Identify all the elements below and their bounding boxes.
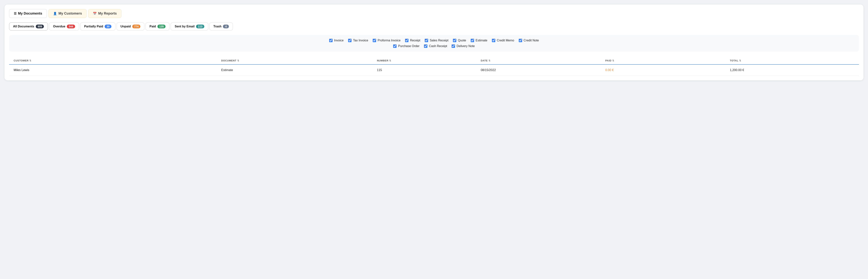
sort-icon-paid: ⇅ [612,59,614,62]
checkbox-proforma-invoice[interactable] [373,39,376,42]
filter-tab-badge-sent-by-email: 113 [196,25,204,28]
sort-icon-customer: ⇅ [29,59,31,62]
doc-type-label-estimate: Estimate [476,39,487,42]
doc-type-label-credit-note: Credit Note [524,39,539,42]
doc-types-section: InvoiceTax InvoiceProforma InvoiceReceip… [9,35,859,51]
checkbox-quote[interactable] [453,39,456,42]
header-label-document: DOCUMENT [221,59,236,62]
sort-icon-total: ⇅ [739,59,741,62]
filter-tab-sent-by-email[interactable]: Sent by Email113 [170,23,208,30]
table-section: CUSTOMER⇅DOCUMENT⇅NUMBER⇅DATE⇅PAID⇅TOTAL… [9,57,859,76]
sort-icon-date: ⇅ [489,59,491,62]
filter-tab-paid[interactable]: Paid135 [146,23,169,30]
main-container: ☰My Documents👤My Customers📅My Reports Al… [4,4,864,80]
checkbox-credit-note[interactable] [519,39,522,42]
filter-tabs: All Documents909Overdue544Partially Paid… [9,23,859,30]
filter-tab-partially-paid[interactable]: Partially Paid30 [80,23,115,30]
row-0-paid: 0.00 € [605,68,730,72]
header-total[interactable]: TOTAL⇅ [730,59,855,62]
checkbox-invoice[interactable] [329,39,333,42]
filter-tab-label: Unpaid [121,25,131,28]
doc-type-delivery-note[interactable]: Delivery Note [452,44,475,48]
top-tab-my-customers[interactable]: 👤My Customers [49,9,87,18]
header-date[interactable]: DATE⇅ [481,59,605,62]
filter-tab-label: Trash [213,25,221,28]
row-0-document: Estimate [221,68,377,72]
sort-icon-document: ⇅ [237,59,239,62]
doc-type-quote[interactable]: Quote [453,39,466,42]
filter-tab-unpaid[interactable]: Unpaid774 [117,23,145,30]
doc-type-tax-invoice[interactable]: Tax Invoice [348,39,368,42]
filter-tab-badge-all-documents: 909 [36,25,44,28]
top-tab-my-documents[interactable]: ☰My Documents [9,9,47,18]
doc-type-proforma-invoice[interactable]: Proforma Invoice [373,39,401,42]
top-tab-label: My Customers [58,11,82,15]
header-label-customer: CUSTOMER [13,59,29,62]
header-label-date: DATE [481,59,488,62]
doc-type-label-invoice: Invoice [334,39,344,42]
filter-tab-trash[interactable]: Trash4 [210,23,233,30]
doc-type-label-delivery-note: Delivery Note [457,44,475,48]
header-paid[interactable]: PAID⇅ [605,59,730,62]
header-document[interactable]: DOCUMENT⇅ [221,59,377,62]
checkbox-tax-invoice[interactable] [348,39,351,42]
sort-icon-number: ⇅ [389,59,391,62]
doc-type-cash-receipt[interactable]: Cash Receipt [424,44,447,48]
filter-tab-badge-paid: 135 [157,25,165,28]
doc-type-invoice[interactable]: Invoice [329,39,344,42]
header-label-paid: PAID [605,59,612,62]
my-reports-icon: 📅 [93,12,97,15]
checkbox-credit-memo[interactable] [492,39,495,42]
table-row: Miles LewisEstimate11508/15/20220.00 €1,… [9,65,859,76]
doc-type-label-credit-memo: Credit Memo [497,39,514,42]
doc-type-receipt[interactable]: Receipt [405,39,420,42]
filter-tab-overdue[interactable]: Overdue544 [49,23,79,30]
filter-tab-badge-unpaid: 774 [132,25,141,28]
doc-types-row: Purchase OrderCash ReceiptDelivery Note [15,44,853,48]
doc-type-purchase-order[interactable]: Purchase Order [393,44,420,48]
filter-tab-label: All Documents [13,25,34,28]
filter-tab-label: Sent by Email [175,25,194,28]
top-tab-my-reports[interactable]: 📅My Reports [88,9,121,18]
header-label-number: NUMBER [377,59,389,62]
my-documents-icon: ☰ [14,12,17,15]
doc-type-estimate[interactable]: Estimate [471,39,487,42]
filter-tab-badge-trash: 4 [223,25,229,28]
my-customers-icon: 👤 [53,12,57,15]
doc-type-credit-note[interactable]: Credit Note [519,39,539,42]
header-label-total: TOTAL [730,59,738,62]
doc-type-credit-memo[interactable]: Credit Memo [492,39,514,42]
checkbox-sales-receipt[interactable] [425,39,428,42]
filter-tab-label: Partially Paid [84,25,103,28]
checkbox-delivery-note[interactable] [452,44,455,48]
doc-type-label-cash-receipt: Cash Receipt [429,44,447,48]
top-tab-label: My Documents [18,11,42,15]
top-tab-label: My Reports [98,11,117,15]
doc-type-label-receipt: Receipt [410,39,420,42]
doc-type-label-purchase-order: Purchase Order [398,44,420,48]
table-header: CUSTOMER⇅DOCUMENT⇅NUMBER⇅DATE⇅PAID⇅TOTAL… [9,57,859,65]
row-0-number: 115 [377,68,481,72]
row-0-date: 08/15/2022 [481,68,605,72]
checkbox-purchase-order[interactable] [393,44,397,48]
table-body: Miles LewisEstimate11508/15/20220.00 €1,… [9,65,859,76]
doc-type-label-tax-invoice: Tax Invoice [353,39,368,42]
doc-type-label-quote: Quote [458,39,466,42]
checkbox-receipt[interactable] [405,39,408,42]
checkbox-estimate[interactable] [471,39,474,42]
header-customer[interactable]: CUSTOMER⇅ [13,59,221,62]
filter-tab-badge-partially-paid: 30 [104,25,112,28]
row-0-customer: Miles Lewis [13,68,221,72]
filter-tab-badge-overdue: 544 [67,25,75,28]
doc-type-label-sales-receipt: Sales Receipt [430,39,448,42]
filter-tab-label: Overdue [53,25,65,28]
header-number[interactable]: NUMBER⇅ [377,59,481,62]
doc-types-row: InvoiceTax InvoiceProforma InvoiceReceip… [15,39,853,42]
doc-type-sales-receipt[interactable]: Sales Receipt [425,39,448,42]
filter-tab-all-documents[interactable]: All Documents909 [9,23,48,30]
doc-type-label-proforma-invoice: Proforma Invoice [378,39,401,42]
row-0-total: 1,200.00 € [730,68,855,72]
filter-tab-label: Paid [150,25,156,28]
checkbox-cash-receipt[interactable] [424,44,427,48]
top-tabs: ☰My Documents👤My Customers📅My Reports [9,9,859,18]
